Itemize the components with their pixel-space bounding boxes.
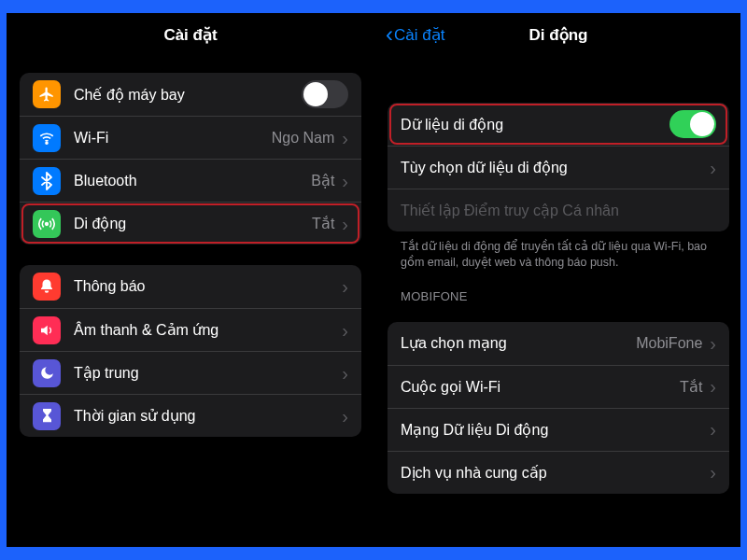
speaker-icon — [33, 316, 61, 344]
antenna-icon — [33, 210, 61, 238]
nav-header: ‹ Cài đặt Di động — [376, 13, 740, 56]
hotspot-row: Thiết lập Điểm truy cập Cá nhân — [388, 189, 729, 231]
wifi-value: Ngo Nam — [272, 130, 335, 147]
mobile-content: Dữ liệu di động Tùy chọn dữ liệu di động… — [376, 56, 740, 494]
mobile-data-toggle[interactable] — [669, 110, 716, 138]
focus-label: Tập trung — [74, 364, 342, 382]
wifi-label: Wi-Fi — [74, 130, 272, 147]
airplane-icon — [33, 80, 61, 108]
carrier-services-row[interactable]: Dịch vụ nhà cung cấp › — [388, 451, 729, 494]
data-network-row[interactable]: Mạng Dữ liệu Di động › — [388, 408, 729, 451]
notifications-label: Thông báo — [74, 278, 342, 295]
airplane-mode-row[interactable]: Chế độ máy bay — [20, 73, 361, 116]
network-selection-row[interactable]: Lựa chọn mạng MobiFone › — [388, 322, 729, 365]
bluetooth-row[interactable]: Bluetooth Bật › — [20, 159, 361, 202]
composite-screenshot: Cài đặt Chế độ máy bay Wi-Fi Ngo Nam — [7, 13, 740, 547]
chevron-right-icon: › — [342, 321, 348, 340]
airplane-toggle[interactable] — [302, 80, 348, 108]
carrier-services-label: Dịch vụ nhà cung cấp — [401, 464, 710, 482]
chevron-right-icon: › — [342, 215, 348, 233]
data-note: Tắt dữ liệu di động để truyền tất cả dữ … — [388, 231, 729, 271]
wifi-icon — [33, 124, 61, 152]
carrier-section-header: MOBIFONE — [388, 271, 729, 309]
nav-header: Cài đặt — [7, 13, 374, 56]
bluetooth-icon — [33, 167, 61, 195]
settings-content: Chế độ máy bay Wi-Fi Ngo Nam › Bluetooth — [7, 56, 374, 437]
back-label: Cài đặt — [394, 25, 444, 45]
carrier-group: Lựa chọn mạng MobiFone › Cuộc gọi Wi-Fi … — [388, 322, 729, 494]
chevron-right-icon: › — [710, 334, 716, 353]
sounds-label: Âm thanh & Cảm ứng — [74, 321, 342, 339]
page-title: Cài đặt — [163, 25, 217, 45]
data-options-row[interactable]: Tùy chọn dữ liệu di động › — [388, 146, 729, 189]
page-title: Di động — [529, 25, 588, 45]
mobile-value: Tắt — [312, 215, 334, 232]
screentime-row[interactable]: Thời gian sử dụng › — [20, 394, 361, 437]
network-label: Lựa chọn mạng — [401, 334, 636, 352]
wifi-calling-label: Cuộc gọi Wi-Fi — [401, 378, 680, 396]
hourglass-icon — [33, 402, 61, 430]
data-group: Dữ liệu di động Tùy chọn dữ liệu di động… — [388, 103, 729, 231]
mobile-label: Di động — [74, 215, 312, 232]
svg-point-1 — [46, 222, 49, 225]
mobile-detail-panel: ‹ Cài đặt Di động Dữ liệu di động Tùy ch… — [376, 13, 740, 547]
sounds-row[interactable]: Âm thanh & Cảm ứng › — [20, 308, 361, 351]
bluetooth-value: Bật — [311, 172, 334, 189]
chevron-left-icon: ‹ — [386, 23, 393, 46]
connectivity-group: Chế độ máy bay Wi-Fi Ngo Nam › Bluetooth — [20, 73, 361, 245]
chevron-right-icon: › — [342, 407, 348, 426]
chevron-right-icon: › — [342, 277, 348, 296]
mobile-row[interactable]: Di động Tắt › — [20, 202, 361, 245]
chevron-right-icon: › — [710, 420, 716, 439]
svg-point-0 — [46, 142, 48, 144]
hotspot-label: Thiết lập Điểm truy cập Cá nhân — [401, 202, 716, 219]
chevron-right-icon: › — [342, 364, 348, 383]
bell-icon — [33, 273, 61, 301]
chevron-right-icon: › — [710, 377, 716, 396]
chevron-right-icon: › — [710, 159, 716, 177]
moon-icon — [33, 359, 61, 387]
wifi-calling-value: Tắt — [680, 378, 702, 396]
screentime-label: Thời gian sử dụng — [74, 407, 342, 425]
bluetooth-label: Bluetooth — [74, 173, 311, 189]
mobile-data-row[interactable]: Dữ liệu di động — [388, 103, 729, 146]
wifi-row[interactable]: Wi-Fi Ngo Nam › — [20, 116, 361, 159]
focus-row[interactable]: Tập trung › — [20, 351, 361, 394]
network-value: MobiFone — [636, 335, 702, 352]
settings-root-panel: Cài đặt Chế độ máy bay Wi-Fi Ngo Nam — [7, 13, 374, 547]
back-button[interactable]: ‹ Cài đặt — [386, 23, 444, 46]
notifications-row[interactable]: Thông báo › — [20, 265, 361, 308]
chevron-right-icon: › — [342, 129, 348, 147]
data-network-label: Mạng Dữ liệu Di động — [401, 421, 710, 439]
airplane-label: Chế độ máy bay — [74, 86, 302, 104]
mobile-data-label: Dữ liệu di động — [401, 116, 669, 133]
system-group: Thông báo › Âm thanh & Cảm ứng › Tập tru… — [20, 265, 361, 437]
wifi-calling-row[interactable]: Cuộc gọi Wi-Fi Tắt › — [388, 365, 729, 408]
chevron-right-icon: › — [342, 172, 348, 190]
chevron-right-icon: › — [710, 463, 716, 482]
data-options-label: Tùy chọn dữ liệu di động — [401, 159, 710, 176]
